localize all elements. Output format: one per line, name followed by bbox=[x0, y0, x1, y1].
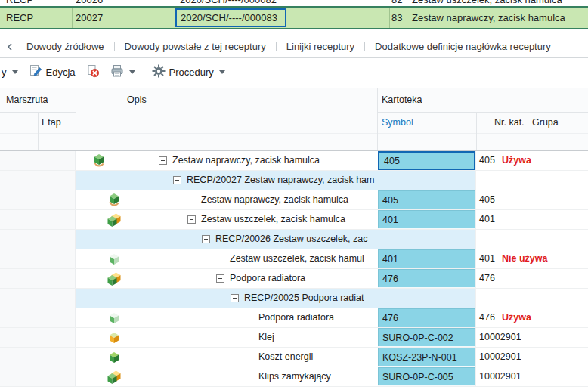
tree-row[interactable]: Podpora radiatora 476 476 Używa bbox=[0, 308, 588, 328]
chevron-down-icon bbox=[12, 70, 18, 74]
tree-row[interactable]: RECP/20026 Zestaw uszczelek, zac bbox=[0, 230, 588, 249]
column-header-nr-kat[interactable]: Nr. kat. bbox=[494, 117, 525, 128]
row-separator bbox=[0, 28, 588, 29]
tab-dowody-zrodlowe[interactable]: Dowody źródłowe bbox=[17, 41, 114, 52]
item-label: Klej bbox=[258, 328, 274, 347]
symbol-cell[interactable]: 405 bbox=[378, 190, 475, 209]
recipe-icon bbox=[107, 213, 121, 227]
usage-note: Używa bbox=[502, 308, 531, 327]
column-header-grupa[interactable]: Grupa bbox=[532, 117, 559, 128]
tree-row[interactable]: Koszt energii KOSZ-23P-N-001 10002901 bbox=[0, 348, 588, 367]
tree-row[interactable]: RECP/20027 Zestaw naprawczy, zacisk ham bbox=[0, 171, 588, 190]
grid-line bbox=[389, 8, 390, 28]
column-header-opis[interactable]: Opis bbox=[127, 94, 147, 105]
doc-symbol-selected-cell[interactable]: 2020/SCH/----/000083 bbox=[175, 8, 286, 27]
tree-row[interactable]: Zestaw naprawczy, zacisk hamulca 405 405 bbox=[0, 190, 588, 210]
opis-cell: Podpora radiatora bbox=[0, 308, 378, 327]
tree-row[interactable]: Klej SURO-0P-C-002 10002901 bbox=[0, 328, 588, 348]
print-button[interactable] bbox=[110, 64, 135, 80]
collapse-icon[interactable] bbox=[216, 274, 224, 283]
symbol-cell[interactable]: 476 bbox=[378, 269, 475, 288]
tree-row[interactable]: Zestaw uszczelek, zacisk hamulca 401 401 bbox=[0, 210, 588, 230]
item-label: Podpora radiatora bbox=[230, 269, 305, 288]
nr-kat-cell: 405 bbox=[479, 151, 495, 170]
grid-line bbox=[528, 112, 528, 150]
chevron-down-icon bbox=[219, 70, 225, 74]
grid-line bbox=[476, 112, 477, 150]
tree-row[interactable]: Zestaw naprawczy, zacisk hamulca 405 405… bbox=[0, 151, 588, 171]
doc-lp: 82 bbox=[391, 0, 402, 6]
document-row-selected[interactable]: RECP 20027 2020/SCH/----/000083 83 Zesta… bbox=[0, 8, 588, 28]
opis-cell: Koszt energii bbox=[0, 348, 378, 367]
symbol-cell[interactable]: 401 bbox=[378, 210, 475, 229]
nr-kat-cell: 10002901 bbox=[479, 367, 521, 386]
cost-icon bbox=[107, 351, 121, 364]
tab-dowody-powstale[interactable]: Dowody powstałe z tej receptury bbox=[115, 41, 276, 52]
grid-line bbox=[38, 112, 39, 150]
usage-note: Nie używa bbox=[502, 249, 547, 268]
doc-type: RECP bbox=[6, 0, 33, 6]
nr-kat-cell: 476 bbox=[479, 269, 495, 288]
grid-line bbox=[377, 112, 588, 113]
doc-number: 20026 bbox=[76, 0, 103, 6]
edit-button[interactable]: Edycja bbox=[29, 64, 76, 80]
opis-cell: Zestaw naprawczy, zacisk hamulca bbox=[0, 151, 378, 170]
tree-row[interactable]: RECP/20025 Podpora radiat bbox=[0, 289, 588, 308]
collapse-icon[interactable] bbox=[187, 215, 196, 224]
opis-cell: Klej bbox=[0, 328, 378, 347]
opis-cell: Zestaw naprawczy, zacisk hamulca bbox=[0, 190, 378, 209]
nr-kat-cell: 401 bbox=[479, 210, 495, 229]
item-label: Zestaw uszczelek, zacisk hamulca bbox=[201, 210, 345, 229]
toolbar: y Edycja bbox=[0, 59, 588, 85]
column-header-marszruta[interactable]: Marszruta bbox=[6, 94, 48, 105]
delete-icon bbox=[86, 64, 100, 80]
delete-button[interactable] bbox=[86, 64, 100, 80]
material-icon bbox=[107, 331, 121, 345]
nr-kat-cell: 10002901 bbox=[479, 328, 521, 347]
chevron-down-icon bbox=[129, 70, 135, 74]
doc-name: Zestaw naprawczy, zacisk hamulca bbox=[412, 8, 565, 28]
procedures-button-label: Procedury bbox=[169, 67, 214, 78]
tab-linijki-receptury[interactable]: Linijki receptury bbox=[277, 41, 364, 52]
doc-symbol: 2020/SCH/----/000082 bbox=[180, 0, 277, 6]
doc-name: Zestaw uszczelek, zacisk hamulca bbox=[412, 0, 562, 6]
edit-button-label: Edycja bbox=[46, 67, 76, 78]
symbol-cell[interactable]: 401 bbox=[378, 249, 475, 268]
nr-kat-cell: 476 bbox=[479, 308, 495, 327]
symbol-cell[interactable]: 405 bbox=[378, 151, 475, 170]
symbol-cell[interactable]: 476 bbox=[378, 308, 475, 327]
collapse-icon[interactable] bbox=[202, 235, 210, 243]
opis-cell: RECP/20025 Podpora radiat bbox=[0, 289, 378, 308]
doc-lp: 83 bbox=[391, 8, 402, 28]
item-label: Zestaw uszczelek, zacisk hamul bbox=[230, 249, 364, 268]
tabs-scroll-left-icon[interactable] bbox=[3, 42, 17, 51]
nr-kat-cell: 405 bbox=[479, 190, 495, 209]
tree-row[interactable]: Zestaw uszczelek, zacisk hamul 401 401 N… bbox=[0, 249, 588, 269]
add-button-partial[interactable]: y bbox=[2, 67, 18, 78]
recipe-icon bbox=[107, 272, 121, 286]
opis-cell: Zestaw uszczelek, zacisk hamul bbox=[0, 249, 378, 268]
opis-cell: RECP/20027 Zestaw naprawczy, zacisk ham bbox=[0, 171, 378, 190]
tab-bar: Dowody źródłowe Dowody powstałe z tej re… bbox=[0, 36, 588, 58]
item-label: Zestaw naprawczy, zacisk hamulca bbox=[201, 190, 348, 209]
symbol-cell[interactable]: SURO-0P-C-002 bbox=[378, 328, 475, 347]
procedures-button[interactable]: Procedury bbox=[152, 64, 225, 80]
symbol-cell[interactable]: KOSZ-23P-N-001 bbox=[378, 348, 475, 367]
table-header: Marszruta Opis Kartoteka Etap Symbol Nr.… bbox=[0, 88, 588, 151]
tree-row[interactable]: Klips zamykający SURO-0P-C-005 10002901 bbox=[0, 367, 588, 387]
column-group-kartoteka[interactable]: Kartoteka bbox=[382, 94, 422, 105]
collapse-icon[interactable] bbox=[231, 294, 239, 302]
nr-kat-cell: 401 bbox=[479, 249, 495, 268]
document-row-previous[interactable]: RECP 20026 2020/SCH/----/000082 82 Zesta… bbox=[0, 0, 588, 6]
item-label: Podpora radiatora bbox=[258, 308, 334, 327]
tab-dodatkowe-definicje[interactable]: Dodatkowe definicje nagłówka receptury bbox=[365, 41, 561, 52]
column-header-symbol[interactable]: Symbol bbox=[382, 117, 413, 128]
collapse-icon[interactable] bbox=[159, 156, 167, 165]
half-icon bbox=[107, 252, 121, 266]
collapse-icon[interactable] bbox=[173, 176, 181, 184]
doc-type: RECP bbox=[6, 8, 33, 28]
usage-note: Używa bbox=[502, 151, 531, 170]
column-header-etap[interactable]: Etap bbox=[42, 117, 61, 128]
tree-row[interactable]: Podpora radiatora 476 476 bbox=[0, 269, 588, 289]
symbol-cell[interactable]: SURO-0P-C-005 bbox=[378, 367, 475, 386]
